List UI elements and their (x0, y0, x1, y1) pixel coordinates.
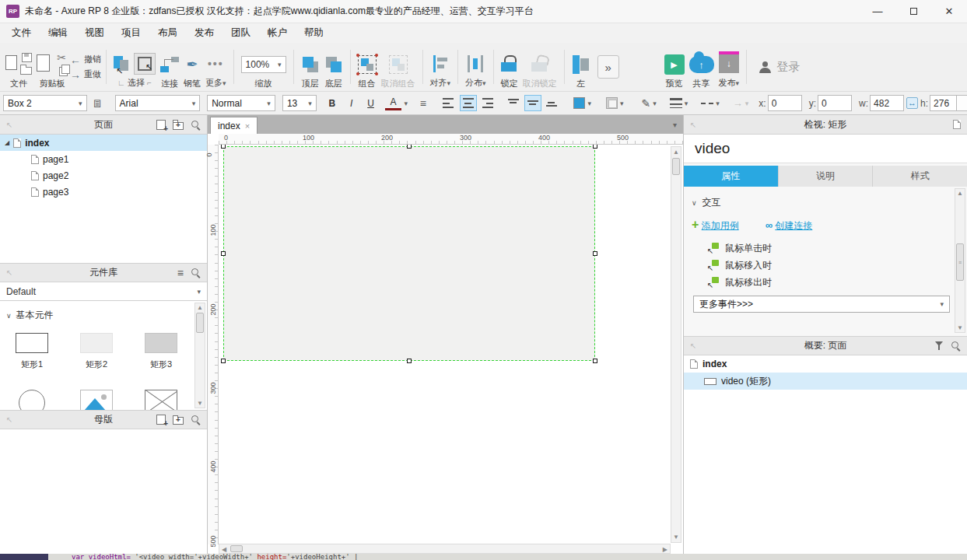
font-weight-select[interactable]: Normal▾ (207, 95, 275, 111)
align-button[interactable]: 对齐▾ (430, 45, 451, 89)
align-right-text-button[interactable] (479, 95, 496, 111)
widget-rect1[interactable]: 矩形1 (5, 333, 59, 370)
minimize-button[interactable]: — (860, 0, 895, 23)
align-center-text-button[interactable] (460, 95, 477, 111)
outline-item-video[interactable]: video (矩形) (684, 373, 967, 390)
italic-button[interactable]: I (343, 95, 360, 111)
library-select[interactable]: Default ▾ (0, 282, 207, 301)
resize-handle-se[interactable] (593, 359, 597, 363)
arrow-style-button-disabled[interactable]: →▾ (730, 95, 752, 111)
add-folder-icon[interactable] (173, 122, 184, 130)
widget-ellipse[interactable] (5, 390, 59, 410)
ungroup-button-disabled[interactable]: 取消组合 (381, 45, 415, 89)
event-mouseout[interactable]: 鼠标移出时 (684, 274, 967, 291)
save-icon[interactable] (22, 53, 32, 62)
selected-video-rectangle[interactable] (223, 146, 595, 361)
redo-button[interactable]: →重做 (70, 68, 101, 81)
new-file-icon[interactable] (5, 55, 17, 70)
distribute-button[interactable]: 分布▾ (465, 45, 486, 89)
share-button[interactable]: ↑ 共享 (689, 45, 714, 89)
collapse-panel-icon[interactable]: ↖ (6, 415, 12, 424)
line-width-button[interactable]: ▾ (667, 95, 692, 111)
shadow-button[interactable]: ▾ (603, 95, 627, 111)
undo-button[interactable]: ←撤销 (70, 54, 101, 66)
style-edit-button[interactable]: 🗏 (89, 95, 107, 111)
login-button[interactable]: 登录 (759, 60, 800, 75)
widget-rect3[interactable]: 矩形3 (134, 333, 188, 370)
bold-button[interactable]: B (324, 95, 341, 111)
filter-icon[interactable] (935, 341, 944, 350)
resize-handle-s[interactable] (407, 359, 412, 363)
resize-handle-sw[interactable] (221, 359, 226, 363)
menu-publish[interactable]: 发布 (186, 23, 222, 43)
w-input[interactable]: 482 (870, 95, 904, 111)
more-tools[interactable]: ••• 更多▾ (205, 45, 226, 89)
canvas-horizontal-scrollbar[interactable]: ◀ ▶ (219, 544, 671, 554)
widget-image[interactable] (69, 390, 124, 410)
page-item-index[interactable]: ◢ index (0, 135, 207, 151)
menu-edit[interactable]: 编辑 (40, 23, 76, 43)
font-family-select[interactable]: Arial▾ (115, 95, 201, 111)
tab-properties[interactable]: 属性 (684, 166, 779, 187)
close-button[interactable]: ✕ (931, 0, 967, 23)
line-style-button[interactable]: ▾ (698, 95, 723, 111)
page-item-page3[interactable]: page3 (0, 184, 207, 200)
shape-style-select[interactable]: Box 2▾ (3, 95, 87, 111)
menu-account[interactable]: 帐户 (259, 23, 296, 43)
create-link-link[interactable]: ∞ 创建连接 (766, 219, 813, 233)
publish-button[interactable]: ↓ 发布▾ (719, 45, 740, 89)
send-to-back-button[interactable]: 底层 (324, 45, 343, 89)
add-page-icon[interactable] (156, 120, 166, 130)
y-input[interactable]: 0 (818, 95, 852, 111)
tab-notes[interactable]: 说明 (779, 166, 874, 187)
lock-button[interactable]: 锁定 (501, 45, 518, 89)
search-icon[interactable] (191, 268, 201, 278)
border-color-button[interactable]: ✎▾ (638, 95, 659, 111)
connect-tool[interactable]: 连接 (160, 45, 179, 89)
unlock-button-disabled[interactable]: 取消锁定 (523, 45, 557, 89)
font-color-button[interactable]: A (385, 96, 402, 110)
expand-triangle-icon[interactable]: ◢ (5, 139, 9, 146)
zoom-select[interactable]: 100%▾ (241, 56, 286, 73)
search-icon[interactable] (191, 120, 201, 130)
fill-color-button[interactable]: ▾ (570, 95, 594, 111)
tab-close-icon[interactable]: × (245, 121, 250, 131)
collapse-panel-icon[interactable]: ↖ (690, 341, 696, 350)
widget-name-field[interactable]: video (684, 135, 967, 163)
tab-style[interactable]: 样式 (873, 166, 967, 187)
add-folder-icon[interactable] (173, 417, 184, 425)
widget-placeholder[interactable] (134, 390, 188, 410)
page-item-page2[interactable]: page2 (0, 167, 207, 184)
copy-icon[interactable] (59, 67, 68, 76)
underline-button[interactable]: U (363, 95, 380, 111)
resize-handle-nw[interactable] (221, 145, 226, 149)
font-size-select[interactable]: 13▾ (282, 95, 317, 111)
interactions-section-header[interactable]: ∨ 交互 (684, 187, 967, 212)
add-master-icon[interactable] (156, 415, 166, 425)
group-button[interactable]: 组合 (358, 45, 377, 89)
background-app-fragment[interactable] (0, 554, 48, 560)
select-contain-button-active[interactable]: ↖ (134, 53, 156, 75)
collapse-panel-icon[interactable]: ↖ (6, 268, 12, 277)
inspector-scrollbar[interactable]: ▲ ≡ ▼ (955, 188, 965, 333)
x-input[interactable]: 0 (768, 95, 802, 111)
search-icon[interactable] (951, 341, 961, 351)
outline-item-index[interactable]: index (684, 355, 967, 373)
pen-tool[interactable]: ✒ 钢笔 (184, 45, 201, 89)
resize-handle-e[interactable] (593, 251, 597, 256)
maximize-button[interactable] (895, 0, 931, 23)
valign-middle-button[interactable] (524, 95, 541, 111)
valign-top-button[interactable] (505, 95, 522, 111)
clipped-button[interactable] (956, 95, 967, 111)
align-left-button[interactable]: 左 (572, 45, 590, 89)
resize-handle-ne[interactable] (593, 145, 597, 149)
widgets-scrollbar[interactable]: ▲ ▼ (194, 303, 205, 408)
event-onclick[interactable]: 鼠标单击时 (684, 240, 967, 257)
resize-handle-w[interactable] (221, 251, 226, 256)
clipboard-tools[interactable]: ✂ 剪贴板 (37, 45, 68, 89)
chevron-down-icon[interactable]: ▾ (404, 100, 408, 107)
resize-handle-n[interactable] (407, 145, 412, 149)
tab-list-caret-icon[interactable]: ▾ (673, 121, 677, 129)
menu-file[interactable]: 文件 (3, 23, 40, 43)
menu-view[interactable]: 视图 (76, 23, 113, 43)
